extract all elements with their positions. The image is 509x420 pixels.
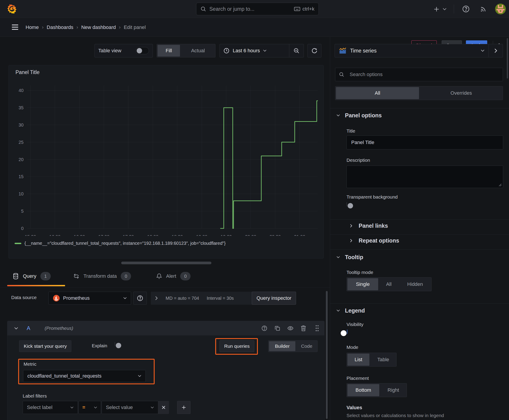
operator-value: =: [82, 405, 85, 410]
tooltip-mode-segmented: Single All Hidden: [347, 277, 432, 291]
options-sidebar: Time series All Overrides Panel options: [330, 37, 509, 420]
panel-title-input[interactable]: [347, 136, 503, 149]
duplicate-query-icon[interactable]: [271, 325, 284, 331]
panel-resize-handle[interactable]: [121, 262, 211, 264]
chevron-down-icon: [94, 406, 97, 409]
breadcrumb-dashboards[interactable]: Dashboards: [47, 24, 73, 30]
transparent-background-toggle[interactable]: [347, 202, 347, 206]
legend-values-hint: Select values or calculations to show in…: [347, 413, 444, 418]
menu-icon[interactable]: [11, 24, 19, 30]
query-help-icon[interactable]: [258, 325, 271, 331]
breadcrumb-home[interactable]: Home: [26, 24, 39, 30]
placement-right-option[interactable]: Right: [380, 383, 407, 397]
search-options-input[interactable]: [345, 68, 503, 81]
visualization-picker: Time series: [335, 44, 503, 57]
tooltip-single-option[interactable]: Single: [347, 278, 378, 290]
tab-alert[interactable]: Alert 0: [156, 272, 190, 280]
tab-query[interactable]: Query 1: [13, 272, 51, 280]
chevron-down-icon: [263, 49, 267, 52]
table-view-label: Table view: [98, 48, 122, 54]
topnav-divider: [454, 5, 454, 14]
legend-title: Legend: [345, 307, 365, 314]
help-icon[interactable]: [462, 5, 470, 13]
fill-option[interactable]: Fill: [158, 45, 180, 57]
svg-text:18:00: 18:00: [147, 234, 159, 236]
zoom-out-icon[interactable]: [289, 44, 304, 57]
search-input[interactable]: [209, 6, 291, 12]
explain-toggle[interactable]: [115, 342, 115, 346]
breadcrumb-new-dashboard[interactable]: New dashboard: [81, 24, 116, 30]
collapse-options-chevron-right-icon[interactable]: [489, 44, 503, 57]
refresh-button[interactable]: [307, 44, 321, 57]
panel-options-header[interactable]: Panel options: [336, 112, 382, 119]
actual-option[interactable]: Actual: [181, 44, 215, 57]
time-range-picker: Last 6 hours: [220, 44, 304, 57]
collapse-chevron-down-icon[interactable]: [14, 327, 18, 330]
tooltip-all-option[interactable]: All: [379, 278, 399, 291]
description-field[interactable]: [347, 165, 503, 188]
kick-start-query-button[interactable]: Kick start your query: [19, 340, 71, 352]
visualization-select[interactable]: Time series: [335, 44, 489, 57]
datasource-picker[interactable]: Prometheus: [48, 292, 131, 305]
add-filter-button[interactable]: [177, 401, 190, 414]
query-row-header[interactable]: A (Prometheus): [8, 321, 324, 335]
panel-options-title: Panel options: [345, 112, 382, 119]
legend-mode-segmented: List Table: [347, 353, 396, 367]
panel-links-section[interactable]: Panel links: [350, 223, 388, 229]
placement-bottom-option[interactable]: Bottom: [347, 384, 379, 396]
resize-grip-icon[interactable]: [498, 183, 501, 187]
legend-list-option[interactable]: List: [347, 354, 369, 366]
chevron-down-icon: [336, 256, 340, 258]
chevron-down-icon: [151, 406, 154, 409]
time-series-chart[interactable]: 051015202530354015:3016:0016:3017:0017:3…: [9, 79, 324, 236]
tooltip-mode-label: Tooltip mode: [347, 270, 373, 275]
sidebar-scrollbar[interactable]: [507, 38, 508, 79]
time-range-button[interactable]: Last 6 hours: [220, 44, 289, 57]
remove-filter-button[interactable]: [158, 401, 169, 414]
svg-text:19:00: 19:00: [196, 234, 207, 236]
code-option[interactable]: Code: [296, 341, 317, 352]
panel-title: Panel Title: [15, 69, 39, 75]
legend-table-option[interactable]: Table: [370, 353, 396, 366]
query-inspector-button[interactable]: Query inspector: [252, 292, 296, 305]
table-view-toggle[interactable]: [136, 47, 149, 54]
chevron-right-icon[interactable]: [155, 296, 158, 300]
add-chevron-down-icon[interactable]: [443, 8, 447, 11]
description-textarea[interactable]: [347, 166, 503, 188]
builder-code-segmented: Builder Code: [268, 340, 318, 352]
left-pane-scrollbar[interactable]: [326, 291, 328, 419]
legend-header[interactable]: Legend: [336, 307, 365, 314]
query-ref-id[interactable]: A: [27, 325, 30, 331]
builder-option[interactable]: Builder: [269, 341, 295, 351]
grafana-logo-icon[interactable]: [7, 4, 17, 14]
chevron-down-icon: [138, 375, 141, 377]
tab-transform[interactable]: Transform data 0: [73, 272, 131, 280]
legend-label: {__name__="cloudflared_tunnel_total_requ…: [24, 241, 226, 246]
select-label-dropdown[interactable]: Select label: [23, 401, 78, 414]
news-rss-icon[interactable]: [479, 5, 487, 13]
all-tab[interactable]: All: [336, 87, 419, 99]
tooltip-hidden-option[interactable]: Hidden: [399, 278, 432, 291]
chevron-right-icon: [350, 224, 352, 228]
metric-select[interactable]: cloudflared_tunnel_total_requests: [23, 370, 146, 382]
overrides-tab[interactable]: Overrides: [420, 86, 503, 100]
run-queries-button[interactable]: Run queries: [220, 340, 254, 352]
tooltip-header[interactable]: Tooltip: [336, 254, 363, 261]
time-range-label: Last 6 hours: [233, 48, 260, 54]
add-icon[interactable]: [433, 6, 440, 13]
panel-title-field[interactable]: [347, 135, 503, 150]
drag-handle-icon[interactable]: [310, 325, 324, 332]
hide-query-eye-icon[interactable]: [284, 326, 297, 331]
user-avatar[interactable]: [495, 4, 506, 14]
select-value-dropdown[interactable]: Select value: [102, 401, 158, 414]
operator-dropdown[interactable]: =: [79, 401, 101, 414]
chart-legend[interactable]: {__name__="cloudflared_tunnel_total_requ…: [15, 241, 226, 246]
legend-visibility-toggle[interactable]: [347, 330, 347, 334]
datasource-help-button[interactable]: [133, 292, 147, 305]
global-search[interactable]: ctrl+k: [196, 3, 319, 15]
search-options-field[interactable]: [335, 68, 503, 81]
delete-query-trash-icon[interactable]: [297, 325, 310, 331]
repeat-options-section[interactable]: Repeat options: [350, 237, 399, 244]
breadcrumb-separator: ›: [73, 24, 81, 30]
bell-icon: [156, 273, 162, 279]
